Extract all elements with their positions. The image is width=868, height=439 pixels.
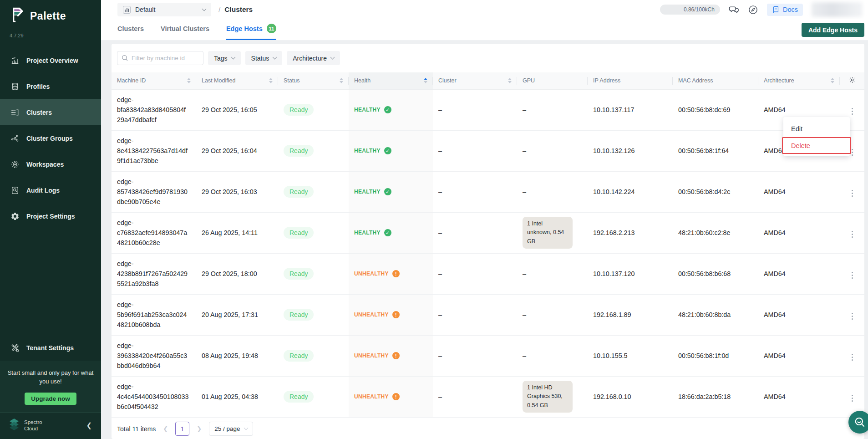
row-actions-menu-icon[interactable] [850, 270, 855, 281]
table-row[interactable]: edge-bfa83842a83d8405804f29a47ddbafcf 29… [112, 89, 864, 130]
sort-carets-icon[interactable] [340, 78, 343, 83]
column-header-status[interactable]: Status [278, 72, 349, 89]
page-title: Clusters [224, 5, 253, 14]
sidebar-item-tenant-settings[interactable]: Tenant Settings [0, 335, 101, 361]
cluster-value: – [433, 335, 517, 376]
column-header-architecture[interactable]: Architecture [758, 72, 840, 89]
machine-id: edge-396338420e4f260a55c3bbd046db9b64 [117, 341, 189, 371]
column-header-ip-address: IP Address [588, 72, 673, 89]
sort-carets-icon[interactable] [424, 78, 427, 83]
sidebar-item-cluster-groups[interactable]: Cluster Groups [0, 125, 101, 151]
pagination-page-1[interactable]: 1 [175, 422, 189, 436]
ip-address: 10.10.137.120 [588, 253, 673, 294]
table-row[interactable]: edge-4c4c4544003450108033b6c04f504432 01… [112, 376, 864, 417]
book-icon [772, 6, 780, 14]
column-header-last-modified[interactable]: Last Modified [196, 72, 278, 89]
table-row[interactable]: edge-5b96f691ab253ca3c02448210b608bda 20… [112, 294, 864, 335]
table-row[interactable]: edge-c76832aefe914893047a48210b60c28e 26… [112, 212, 864, 253]
row-actions-menu-icon[interactable] [850, 188, 855, 199]
table-row[interactable]: edge-857438426ef9d9781930dbe90b705e4e 29… [112, 171, 864, 212]
mac-address: 48:21:0b:60:8b:da [673, 294, 758, 335]
nodes-icon [10, 134, 20, 143]
machine-id: edge-4238b891f7267a5024295521a92b3fa8 [117, 259, 189, 289]
sidebar-item-clusters[interactable]: Clusters [0, 99, 101, 125]
gpu-value: – [523, 106, 526, 113]
tab-virtual-clusters[interactable]: Virtual Clusters [161, 19, 209, 40]
row-context-menu: EditDelete [783, 117, 850, 156]
sidebar-item-project-settings[interactable]: Project Settings [0, 203, 101, 229]
page-size-select[interactable]: 25 / page [209, 422, 253, 436]
row-actions-menu-icon[interactable] [850, 393, 855, 403]
status-badge: Ready [284, 104, 314, 116]
pagination-next-button[interactable]: ❯ [196, 425, 203, 432]
pagination: Total 11 items ❮ 1 ❯ 25 / page [112, 419, 864, 439]
sidebar-collapse-button[interactable]: ❮ [84, 420, 94, 430]
chevron-down-icon [244, 426, 249, 430]
project-selector[interactable]: Default [117, 3, 211, 16]
pagination-total: Total 11 items [117, 425, 156, 433]
sidebar-item-audit-logs[interactable]: Audit Logs [0, 177, 101, 203]
row-actions-menu-icon[interactable] [850, 352, 855, 362]
sort-carets-icon[interactable] [508, 78, 512, 83]
status-badge: Ready [284, 309, 314, 321]
status-filter-dropdown[interactable]: Status [245, 51, 283, 65]
docs-link[interactable]: Docs [767, 4, 803, 16]
tags-filter-dropdown[interactable]: Tags [208, 51, 241, 65]
sidebar-item-project-overview[interactable]: Project Overview [0, 47, 101, 73]
table-header-row: Machine ID Last Modified Status Health C… [112, 72, 864, 89]
last-modified: 29 Oct 2025, 16:05 [196, 89, 278, 130]
sort-carets-icon[interactable] [831, 78, 834, 83]
row-actions-menu-icon[interactable] [850, 106, 855, 117]
row-actions-menu-icon[interactable] [850, 311, 855, 322]
sidebar-item-workspaces[interactable]: Workspaces [0, 151, 101, 177]
table-row[interactable]: edge-4238b891f7267a5024295521a92b3fa8 29… [112, 253, 864, 294]
cluster-value: – [433, 171, 517, 212]
tab-edge-hosts[interactable]: Edge Hosts 11 [226, 19, 276, 40]
gpu-value: – [523, 311, 526, 318]
tab-clusters[interactable]: Clusters [117, 19, 144, 40]
table-row[interactable]: edge-8e41384227563a7d14df9f1d1ac73bbe 29… [112, 130, 864, 171]
architecture: AMD64 [758, 253, 840, 294]
sidebar-item-label: Cluster Groups [26, 135, 73, 142]
column-label: Cluster [438, 77, 457, 84]
table-settings-gear-icon[interactable] [848, 76, 856, 84]
context-menu-item-delete[interactable]: Delete [782, 137, 851, 154]
sidebar-item-label: Profiles [26, 83, 50, 90]
gear-icon [10, 212, 20, 221]
machine-id-filter-input[interactable] [117, 51, 203, 65]
project-chart-icon [123, 6, 131, 14]
help-chat-launcher[interactable] [848, 411, 868, 434]
upgrade-promo: Start small and only pay for what you us… [0, 361, 101, 412]
rings-icon [10, 160, 20, 169]
sort-carets-icon[interactable] [187, 78, 191, 83]
sidebar-item-profiles[interactable]: Profiles [0, 73, 101, 99]
gpu-tag: 1 Intel unknown, 0.54 GB [523, 217, 573, 249]
tab-label: Edge Hosts [226, 25, 263, 32]
column-header-settings[interactable] [840, 72, 864, 89]
search-icon [121, 54, 128, 61]
context-menu-item-edit[interactable]: Edit [783, 120, 850, 137]
pagination-prev-button[interactable]: ❮ [162, 425, 169, 432]
sort-carets-icon[interactable] [269, 78, 273, 83]
last-modified: 01 Aug 2025, 04:38 [196, 376, 278, 417]
architecture-filter-dropdown[interactable]: Architecture [287, 51, 340, 65]
ip-address: 10.10.132.126 [588, 130, 673, 171]
column-header-health[interactable]: Health [349, 72, 433, 89]
add-edge-hosts-button[interactable]: Add Edge Hosts [802, 23, 864, 37]
health-label: HEALTHY [354, 107, 381, 113]
column-header-machine-id[interactable]: Machine ID [112, 72, 196, 89]
table-row[interactable]: edge-396338420e4f260a55c3bbd046db9b64 08… [112, 335, 864, 376]
compass-icon[interactable] [748, 5, 758, 15]
row-actions-menu-icon[interactable] [850, 229, 855, 240]
edge-hosts-table: Machine ID Last Modified Status Health C… [112, 72, 864, 418]
health-label: UNHEALTHY [354, 393, 389, 400]
health-label: UNHEALTHY [354, 271, 389, 277]
column-header-cluster[interactable]: Cluster [433, 72, 517, 89]
status-badge: Ready [284, 350, 314, 362]
exclamation-circle-icon: ! [392, 352, 400, 359]
chat-bubbles-icon[interactable] [729, 5, 739, 15]
user-menu-blurred[interactable] [812, 2, 863, 17]
ip-address: 10.10.137.117 [588, 89, 673, 130]
sidebar: Palette 4.7.29 Project Overview Profiles… [0, 0, 101, 439]
upgrade-now-button[interactable]: Upgrade now [25, 393, 76, 405]
